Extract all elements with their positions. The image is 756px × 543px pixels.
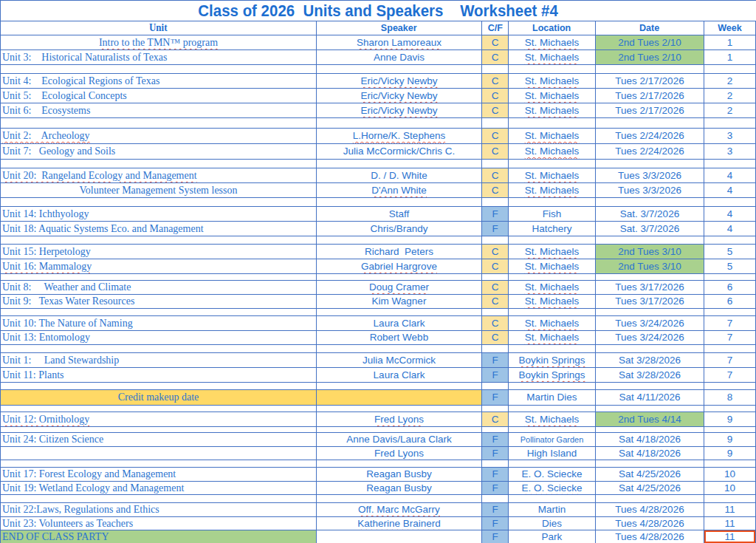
date-cell[interactable]: Tues 3/24/2026: [596, 316, 704, 330]
date-cell[interactable]: Tues 3/17/2026: [596, 281, 704, 294]
unit-cell[interactable]: Unit 16: Mammalogy: [1, 259, 317, 273]
date-cell[interactable]: [596, 427, 704, 432]
location-cell[interactable]: Dies: [509, 517, 596, 530]
unit-cell[interactable]: END OF CLASS PARTY: [1, 530, 317, 543]
speaker-cell[interactable]: [317, 530, 482, 543]
week-cell[interactable]: 3: [704, 129, 756, 143]
unit-cell[interactable]: [1, 406, 317, 411]
location-cell[interactable]: E. O. Sciecke: [509, 482, 596, 494]
speaker-cell[interactable]: Eric/Vicky Newby: [317, 103, 482, 117]
unit-cell[interactable]: Unit 10: The Nature of Naming: [1, 316, 317, 330]
date-cell[interactable]: Sat 4/18/2026: [596, 447, 704, 460]
cf-cell[interactable]: C: [482, 245, 509, 259]
date-cell[interactable]: [596, 460, 704, 467]
week-cell[interactable]: 1: [704, 35, 756, 49]
unit-cell[interactable]: [1, 118, 317, 128]
speaker-cell[interactable]: Laura Clark: [317, 368, 482, 382]
week-cell[interactable]: 11: [704, 503, 756, 516]
date-cell[interactable]: Tues 2/17/2026: [596, 89, 704, 103]
location-cell[interactable]: Martin Dies: [509, 390, 596, 405]
unit-cell[interactable]: [1, 460, 317, 467]
cf-cell[interactable]: C: [482, 103, 509, 117]
date-cell[interactable]: Sat 3/28/2026: [596, 368, 704, 382]
unit-cell[interactable]: Unit 20: Rangeland Ecology and Managemen…: [1, 168, 317, 182]
speaker-cell[interactable]: Fred Lyons: [317, 412, 482, 426]
date-cell[interactable]: Tues 2/17/2026: [596, 74, 704, 88]
location-cell[interactable]: St. Michaels: [509, 168, 596, 182]
column-header-date[interactable]: Date: [596, 21, 704, 35]
speaker-cell[interactable]: [317, 406, 482, 411]
week-cell[interactable]: [704, 198, 756, 206]
week-cell[interactable]: 11: [704, 517, 756, 530]
location-cell[interactable]: Pollinator Garden: [509, 433, 596, 446]
week-cell[interactable]: [704, 236, 756, 244]
speaker-cell[interactable]: Chris/Brandy: [317, 222, 482, 236]
unit-cell[interactable]: Unit 8: Weather and Climate: [1, 281, 317, 294]
week-cell[interactable]: 2: [704, 74, 756, 88]
cf-cell[interactable]: [482, 198, 509, 206]
cf-cell[interactable]: [482, 495, 509, 502]
cf-cell[interactable]: C: [482, 316, 509, 330]
unit-cell[interactable]: [1, 447, 317, 460]
week-cell[interactable]: 4: [704, 183, 756, 197]
date-cell[interactable]: Tues 3/24/2026: [596, 331, 704, 344]
speaker-cell[interactable]: Julia McCormick/Chris C.: [317, 144, 482, 159]
location-cell[interactable]: St. Michaels: [509, 245, 596, 259]
unit-cell[interactable]: [1, 309, 317, 315]
location-cell[interactable]: [509, 65, 596, 73]
location-cell[interactable]: Boykin Springs: [509, 353, 596, 367]
unit-cell[interactable]: Unit 15: Herpetology: [1, 245, 317, 259]
date-cell[interactable]: 2nd Tues 4/14: [596, 412, 704, 426]
location-cell[interactable]: [509, 495, 596, 502]
cf-cell[interactable]: [482, 65, 509, 73]
unit-cell[interactable]: Unit 6: Ecosystems: [1, 103, 317, 117]
week-cell[interactable]: 8: [704, 390, 756, 405]
week-cell[interactable]: [704, 427, 756, 432]
speaker-cell[interactable]: Richard Peters: [317, 245, 482, 259]
location-cell[interactable]: [509, 345, 596, 352]
unit-cell[interactable]: Unit 9: Texas Water Resources: [1, 295, 317, 308]
speaker-cell[interactable]: Eric/Vicky Newby: [317, 74, 482, 88]
unit-cell[interactable]: Intro to the TMN™ program: [1, 35, 317, 49]
speaker-cell[interactable]: Katherine Brainerd: [317, 517, 482, 530]
location-cell[interactable]: [509, 236, 596, 244]
date-cell[interactable]: Tues 3/17/2026: [596, 295, 704, 308]
cf-cell[interactable]: C: [482, 35, 509, 49]
speaker-cell[interactable]: D. / D. White: [317, 168, 482, 182]
cf-cell[interactable]: C: [482, 129, 509, 143]
date-cell[interactable]: [596, 274, 704, 280]
speaker-cell[interactable]: Fred Lyons: [317, 447, 482, 460]
cf-cell[interactable]: F: [482, 207, 509, 221]
speaker-cell[interactable]: Anne Davis: [317, 50, 482, 64]
speaker-cell[interactable]: Staff: [317, 207, 482, 221]
date-cell[interactable]: [596, 118, 704, 128]
unit-cell[interactable]: Unit 24: Citizen Science: [1, 433, 317, 446]
date-cell[interactable]: Tues 2/24/2026: [596, 129, 704, 143]
speaker-cell[interactable]: L.Horne/K. Stephens: [317, 129, 482, 143]
speaker-cell[interactable]: [317, 345, 482, 352]
cf-cell[interactable]: F: [482, 530, 509, 543]
cf-cell[interactable]: [482, 427, 509, 432]
date-cell[interactable]: 2nd Tues 3/10: [596, 245, 704, 259]
date-cell[interactable]: [596, 65, 704, 73]
speaker-cell[interactable]: [317, 160, 482, 168]
date-cell[interactable]: [596, 309, 704, 315]
date-cell[interactable]: Sat. 3/7/2026: [596, 222, 704, 236]
cf-cell[interactable]: [482, 160, 509, 168]
date-cell[interactable]: Sat. 3/7/2026: [596, 207, 704, 221]
cf-cell[interactable]: [482, 274, 509, 280]
location-cell[interactable]: St. Michaels: [509, 412, 596, 426]
week-cell[interactable]: 9: [704, 412, 756, 426]
week-cell[interactable]: 6: [704, 295, 756, 308]
location-cell[interactable]: Hatchery: [509, 222, 596, 236]
unit-cell[interactable]: Unit 13: Entomology: [1, 331, 317, 344]
location-cell[interactable]: St. Michaels: [509, 74, 596, 88]
date-cell[interactable]: [596, 160, 704, 168]
date-cell[interactable]: [596, 383, 704, 389]
location-cell[interactable]: St. Michaels: [509, 50, 596, 64]
speaker-cell[interactable]: Anne Davis/Laura Clark: [317, 433, 482, 446]
cf-cell[interactable]: F: [482, 447, 509, 460]
cf-cell[interactable]: C: [482, 331, 509, 344]
speaker-cell[interactable]: D'Ann White: [317, 183, 482, 197]
speaker-cell[interactable]: [317, 309, 482, 315]
